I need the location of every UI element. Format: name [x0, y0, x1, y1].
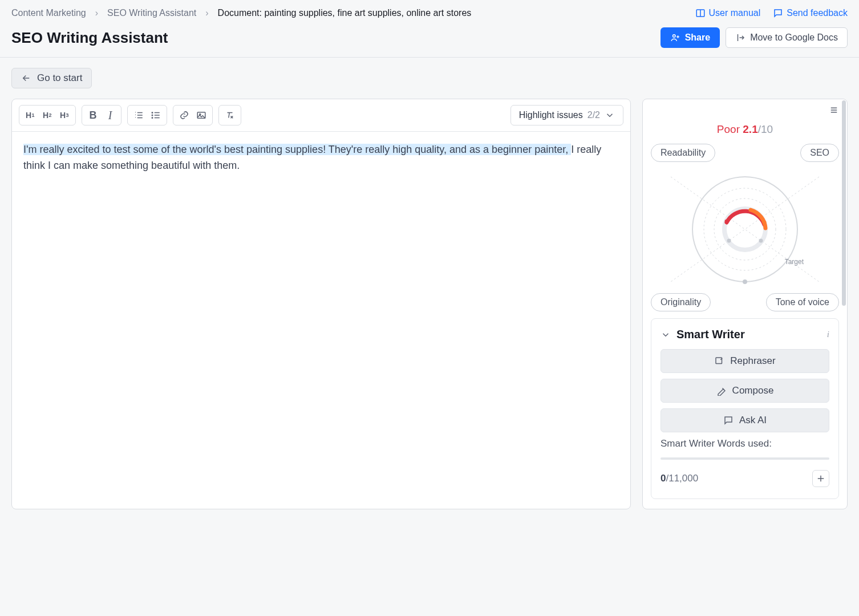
- chat-icon: [723, 415, 734, 425]
- move-to-gdocs-button[interactable]: Move to Google Docs: [726, 27, 848, 48]
- svg-point-9: [692, 177, 797, 282]
- plus-icon: [816, 473, 826, 484]
- add-words-button[interactable]: [812, 470, 829, 487]
- rephrase-icon: [714, 356, 724, 366]
- ask-ai-button[interactable]: Ask AI: [661, 408, 829, 432]
- person-plus-icon: [670, 33, 680, 43]
- sidebar-menu-button[interactable]: [829, 105, 839, 117]
- highlighted-text: They're really high quality, and as a be…: [329, 144, 571, 155]
- export-icon: [735, 33, 745, 43]
- clear-format-button[interactable]: [222, 108, 237, 123]
- bullet-list-button[interactable]: [148, 108, 163, 123]
- page-header: Content Marketing › SEO Writing Assistan…: [0, 0, 859, 58]
- quality-score: Poor 2.1/10: [643, 123, 847, 136]
- heading2-button[interactable]: H2: [40, 108, 55, 123]
- svg-point-3: [152, 115, 153, 116]
- heading3-button[interactable]: H3: [57, 108, 72, 123]
- highlighted-text: I'm really excited to test some of the w…: [23, 144, 329, 155]
- share-button[interactable]: Share: [661, 27, 720, 48]
- italic-button[interactable]: I: [103, 108, 117, 123]
- heading1-button[interactable]: H1: [23, 108, 38, 123]
- editor-content[interactable]: I'm really excited to test some of the w…: [12, 132, 630, 184]
- words-progress: [661, 457, 829, 460]
- chevron-right-icon: ›: [205, 8, 208, 18]
- chevron-right-icon: ›: [95, 8, 98, 18]
- chevron-down-icon: [605, 110, 615, 120]
- arrow-left-icon: [21, 73, 31, 83]
- ordered-list-button[interactable]: [131, 108, 146, 123]
- hamburger-icon: [829, 105, 839, 115]
- compose-icon: [716, 386, 727, 396]
- user-manual-link[interactable]: User manual: [695, 8, 761, 18]
- page-title: SEO Writing Assistant: [11, 29, 168, 47]
- link-button[interactable]: [177, 108, 192, 123]
- send-feedback-link[interactable]: Send feedback: [773, 8, 848, 18]
- svg-point-2: [152, 112, 153, 114]
- highlight-issues-dropdown[interactable]: Highlight issues 2/2: [510, 105, 623, 125]
- chat-icon: [773, 8, 783, 18]
- svg-point-15: [727, 239, 731, 243]
- breadcrumb-current: Document: painting supplies, fine art su…: [218, 8, 472, 18]
- editor-toolbar: H1 H2 H3 B I: [12, 99, 630, 132]
- book-icon: [695, 8, 706, 18]
- bullet-list-icon: [151, 110, 161, 120]
- rephraser-button[interactable]: Rephraser: [661, 349, 829, 373]
- svg-point-10: [704, 188, 786, 270]
- go-to-start-button[interactable]: Go to start: [11, 68, 92, 88]
- smart-writer-card: Smart Writer i Rephraser Compose Ask AI …: [651, 318, 839, 499]
- chevron-down-icon[interactable]: [661, 330, 671, 340]
- originality-chip[interactable]: Originality: [651, 293, 711, 311]
- editor-pane: H1 H2 H3 B I: [11, 99, 631, 509]
- breadcrumb-level1[interactable]: Content Marketing: [11, 8, 86, 18]
- tone-chip[interactable]: Tone of voice: [766, 293, 839, 311]
- target-label: Target: [785, 258, 804, 266]
- readability-chip[interactable]: Readability: [651, 144, 715, 162]
- svg-point-4: [152, 117, 153, 119]
- image-icon: [196, 110, 206, 120]
- smart-writer-title: Smart Writer: [676, 328, 745, 341]
- svg-point-1: [672, 35, 675, 38]
- compose-button[interactable]: Compose: [661, 379, 829, 403]
- breadcrumb: Content Marketing › SEO Writing Assistan…: [11, 8, 471, 18]
- sidebar-panel: Poor 2.1/10 Readability SEO: [642, 99, 848, 509]
- image-button[interactable]: [194, 108, 209, 123]
- clear-format-icon: [225, 110, 235, 120]
- link-icon: [179, 110, 189, 120]
- bold-button[interactable]: B: [86, 108, 100, 123]
- breadcrumb-level2[interactable]: SEO Writing Assistant: [107, 8, 196, 18]
- svg-point-14: [763, 221, 767, 225]
- smart-writer-words-label: Smart Writer Words used:: [661, 438, 829, 449]
- seo-chip[interactable]: SEO: [800, 144, 839, 162]
- svg-point-16: [759, 239, 763, 243]
- info-icon[interactable]: i: [827, 330, 829, 339]
- smart-writer-words-count: 0/11,000: [661, 473, 698, 484]
- svg-rect-18: [716, 358, 722, 364]
- svg-point-17: [743, 279, 747, 284]
- svg-point-13: [725, 220, 729, 224]
- radar-chart: Target: [643, 165, 847, 293]
- ordered-list-icon: [133, 110, 144, 120]
